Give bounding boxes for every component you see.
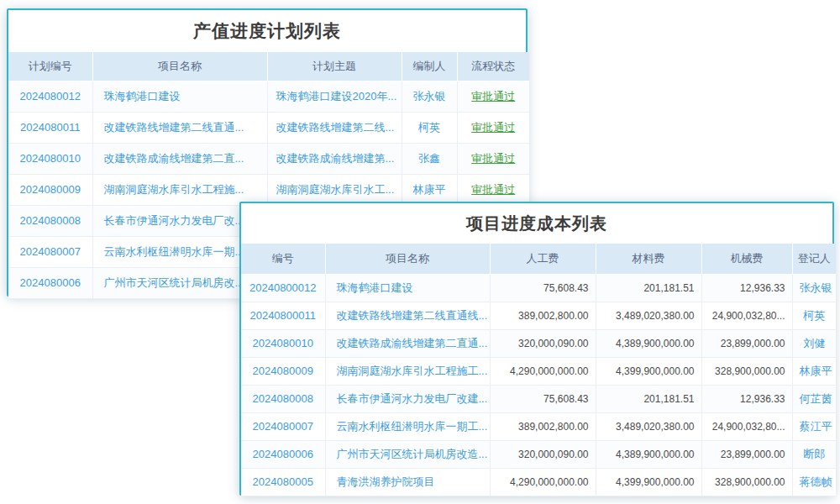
project-name-link[interactable]: 广州市天河区统计局机房改造... [325, 440, 490, 468]
status-link[interactable]: 审批通过 [457, 81, 529, 112]
table-row: 20240800011改建铁路线增建第二线直通线...389,002,800.0… [241, 302, 836, 329]
plan-id-link[interactable]: 2024080006 [8, 267, 92, 298]
column-header: 编制人 [402, 52, 457, 81]
page-background: { "colors": { "panel_border": "#2eb7c8",… [0, 0, 840, 504]
approval-status-link[interactable]: 审批通过 [471, 121, 515, 134]
table-row: 2024080006广州市天河区统计局机房改造...320,000,090.00… [241, 440, 836, 468]
table-row: 2024080011改建铁路线增建第二线直通...改建铁路线增建第二线...柯英… [8, 112, 529, 143]
compiler-name: 张永银 [402, 81, 457, 112]
plan-subject-link[interactable]: 湖南洞庭湖水库引水工... [267, 174, 402, 205]
labor-cost-value: 320,000,090.00 [490, 329, 596, 357]
column-header: 登记人 [792, 244, 836, 274]
machine-cost-value: 12,936.33 [701, 274, 792, 302]
plan-table-header: 计划编号项目名称计划主题编制人流程状态 [8, 52, 529, 81]
table-row: 2024080010改建铁路成渝线增建第二直通...320,000,090.00… [241, 329, 836, 357]
project-name-link[interactable]: 改建铁路线增建第二线直通... [92, 112, 267, 143]
table-row: 2024080012珠海鹤港口建设珠海鹤港口建设2020年...张永银审批通过 [8, 81, 529, 112]
machine-cost-value: 23,899,000.00 [701, 440, 792, 468]
table-row: 2024080007云南水利枢纽潜明水库一期工...389,002,800.00… [241, 412, 836, 440]
plan-id-link[interactable]: 2024080008 [8, 205, 92, 236]
table-row: 2024080010改建铁路成渝线增建第二直...改建铁路成渝线增建第...张鑫… [8, 143, 529, 174]
status-link[interactable]: 审批通过 [457, 174, 529, 205]
project-name-link[interactable]: 珠海鹤港口建设 [325, 274, 490, 302]
cost-id-link[interactable]: 20240800011 [241, 302, 325, 329]
header-row: 编号项目名称人工费材料费机械费登记人 [241, 244, 836, 274]
machine-cost-value: 328,900,000.00 [701, 468, 792, 496]
registrant-name: 蔡江平 [792, 412, 836, 440]
machine-cost-value: 24,900,032,80... [701, 412, 792, 440]
plan-id-link[interactable]: 2024080007 [8, 236, 92, 267]
labor-cost-value: 75,608.43 [490, 274, 596, 302]
project-name-link[interactable]: 珠海鹤港口建设 [92, 81, 267, 112]
registrant-name: 刘健 [792, 329, 836, 357]
project-name-link[interactable]: 改建铁路线增建第二线直通线... [325, 302, 490, 329]
machine-cost-value: 328,900,000.00 [701, 357, 792, 385]
cost-id-link[interactable]: 2024080007 [241, 412, 325, 440]
labor-cost-value: 75,608.43 [490, 385, 596, 412]
cost-list-panel: 项目进度成本列表 编号项目名称人工费材料费机械费登记人 20240800012珠… [239, 202, 834, 496]
project-name-link[interactable]: 湖南洞庭湖水库引水工程施工... [325, 357, 490, 385]
labor-cost-value: 320,000,090.00 [490, 440, 596, 468]
material-cost-value: 4,389,900,000.00 [596, 329, 701, 357]
registrant-name: 柯英 [792, 302, 836, 329]
plan-subject-link[interactable]: 改建铁路成渝线增建第... [267, 143, 402, 174]
approval-status-link[interactable]: 审批通过 [471, 152, 515, 165]
material-cost-value: 3,489,020,380.00 [596, 302, 701, 329]
project-name-link[interactable]: 改建铁路成渝线增建第二直通... [325, 329, 490, 357]
material-cost-value: 4,389,900,000.00 [596, 440, 701, 468]
column-header: 流程状态 [457, 52, 529, 81]
cost-id-link[interactable]: 2024080008 [241, 385, 325, 412]
plan-id-link[interactable]: 2024080011 [8, 112, 92, 143]
table-row: 2024080005青海洪湖养护院项目4,290,000,000.004,399… [241, 468, 836, 496]
status-link[interactable]: 审批通过 [457, 143, 529, 174]
cost-id-link[interactable]: 2024080006 [241, 440, 325, 468]
cost-table-title: 项目进度成本列表 [241, 203, 832, 244]
labor-cost-value: 389,002,800.00 [490, 412, 596, 440]
cost-id-link[interactable]: 2024080005 [241, 468, 325, 496]
labor-cost-value: 4,290,000,000.00 [490, 468, 596, 496]
table-row: 20240800012珠海鹤港口建设75,608.43201,181.5112,… [241, 274, 836, 302]
plan-id-link[interactable]: 2024080009 [8, 174, 92, 205]
approval-status-link[interactable]: 审批通过 [471, 183, 515, 196]
cost-table-body: 20240800012珠海鹤港口建设75,608.43201,181.5112,… [241, 274, 836, 496]
machine-cost-value: 23,899,000.00 [701, 329, 792, 357]
material-cost-value: 201,181.51 [596, 385, 701, 412]
project-name-link[interactable]: 青海洪湖养护院项目 [325, 468, 490, 496]
plan-subject-link[interactable]: 珠海鹤港口建设2020年... [267, 81, 402, 112]
compiler-name: 张鑫 [402, 143, 457, 174]
table-row: 2024080008长春市伊通河水力发电厂改建...75,608.43201,1… [241, 385, 836, 412]
project-name-link[interactable]: 长春市伊通河水力发电厂改建... [325, 385, 490, 412]
column-header: 编号 [241, 244, 325, 274]
registrant-name: 林康平 [792, 357, 836, 385]
registrant-name: 断郎 [792, 440, 836, 468]
project-name-link[interactable]: 湖南洞庭湖水库引水工程施... [92, 174, 267, 205]
registrant-name: 张永银 [792, 274, 836, 302]
status-link[interactable]: 审批通过 [457, 112, 529, 143]
compiler-name: 柯英 [402, 112, 457, 143]
labor-cost-value: 389,002,800.00 [490, 302, 596, 329]
column-header: 人工费 [490, 244, 596, 274]
project-name-link[interactable]: 改建铁路成渝线增建第二直... [92, 143, 267, 174]
plan-id-link[interactable]: 2024080012 [8, 81, 92, 112]
column-header: 计划编号 [8, 52, 92, 81]
cost-id-link[interactable]: 2024080010 [241, 329, 325, 357]
material-cost-value: 201,181.51 [596, 274, 701, 302]
plan-subject-link[interactable]: 改建铁路线增建第二线... [267, 112, 402, 143]
material-cost-value: 3,489,020,380.00 [596, 412, 701, 440]
machine-cost-value: 24,900,032,80... [701, 302, 792, 329]
column-header: 机械费 [701, 244, 792, 274]
column-header: 项目名称 [325, 244, 490, 274]
project-name-link[interactable]: 云南水利枢纽潜明水库一期工... [325, 412, 490, 440]
cost-id-link[interactable]: 20240800012 [241, 274, 325, 302]
cost-table-header: 编号项目名称人工费材料费机械费登记人 [241, 244, 836, 274]
compiler-name: 林康平 [402, 174, 457, 205]
plan-id-link[interactable]: 2024080010 [8, 143, 92, 174]
approval-status-link[interactable]: 审批通过 [471, 90, 515, 102]
registrant-name: 蒋德帧 [792, 468, 836, 496]
registrant-name: 何芷茵 [792, 385, 836, 412]
column-header: 计划主题 [267, 52, 402, 81]
table-row: 2024080009湖南洞庭湖水库引水工程施工...4,290,000,000.… [241, 357, 836, 385]
cost-id-link[interactable]: 2024080009 [241, 357, 325, 385]
column-header: 材料费 [596, 244, 701, 274]
table-row: 2024080009湖南洞庭湖水库引水工程施...湖南洞庭湖水库引水工...林康… [8, 174, 529, 205]
